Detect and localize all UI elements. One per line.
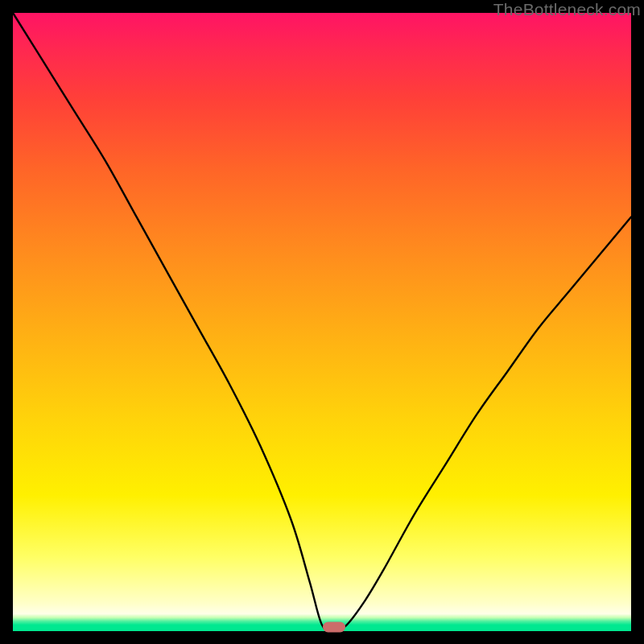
bottleneck-curve — [13, 13, 631, 631]
plot-area — [13, 13, 631, 631]
watermark-text: TheBottleneck.com — [493, 0, 641, 19]
chart-frame: TheBottleneck.com — [0, 0, 644, 644]
optimum-marker — [323, 622, 345, 633]
